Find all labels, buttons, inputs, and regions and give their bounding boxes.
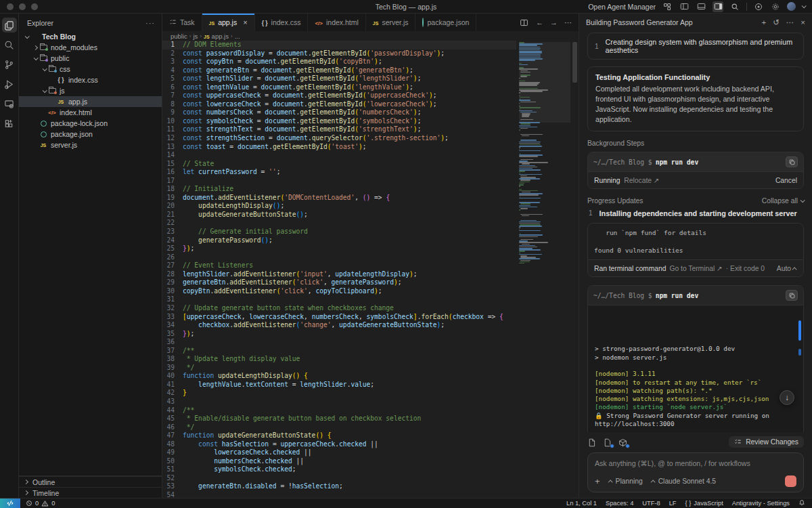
tab-task[interactable]: Task	[162, 14, 202, 31]
sidebar-item-extensions[interactable]	[2, 116, 17, 131]
collapse-all-button[interactable]: Collapse all	[762, 197, 804, 205]
code-line[interactable]: 42}	[162, 389, 516, 398]
breadcrumb-item[interactable]: js	[194, 33, 198, 40]
close-window-button[interactable]	[7, 3, 14, 10]
code-line[interactable]: 21 updateGenerateButtonState();	[162, 211, 516, 219]
sidebar-item-explorer[interactable]	[2, 18, 17, 33]
code-line[interactable]: 32// Update generate button state when c…	[162, 304, 516, 313]
breadcrumb[interactable]: public›js›JSapp.js›...	[162, 31, 579, 41]
code-line[interactable]: 22	[162, 219, 516, 228]
task-list-item[interactable]: 1 Creating design system with glassmorph…	[587, 33, 804, 60]
goto-terminal-link[interactable]: Go to Terminal ↗	[669, 264, 722, 272]
breadcrumb-item[interactable]: JSapp.js	[204, 33, 229, 40]
notifications-bell-icon[interactable]	[798, 499, 805, 507]
code-line[interactable]: 53 generateBtn.disabled = !hasSelection;	[162, 482, 516, 491]
code-line[interactable]: 8const lowercaseCheck = document.getElem…	[162, 100, 516, 109]
tree-item-index-html[interactable]: </>index.html	[19, 107, 162, 118]
code-line[interactable]: 48 const hasSelection = uppercaseCheck.c…	[162, 440, 516, 449]
code-line[interactable]: 38 * Update length display value	[162, 355, 516, 364]
stop-button[interactable]	[785, 475, 796, 487]
code-line[interactable]: 47function updateGenerateButtonState() {	[162, 431, 516, 440]
minimize-window-button[interactable]	[19, 3, 26, 10]
code-line[interactable]: 18// Initialize	[162, 185, 516, 194]
code-line[interactable]: 5const lengthSlider = document.getElemen…	[162, 75, 516, 83]
cancel-button[interactable]: Cancel	[775, 177, 797, 184]
gear-icon[interactable]	[770, 1, 781, 12]
code-line[interactable]: 50 numbersCheck.checked ||	[162, 457, 516, 466]
code-line[interactable]: 24 generatePassword();	[162, 236, 516, 245]
code-line[interactable]: 31	[162, 295, 516, 304]
tab-server-js[interactable]: JSserver.js	[366, 14, 416, 31]
open-agent-manager-button[interactable]: Open Agent Manager	[588, 3, 656, 11]
file-context-icon[interactable]	[587, 438, 597, 447]
tree-item-package-json[interactable]: package.json	[19, 129, 162, 140]
remote-indicator[interactable]	[0, 499, 20, 508]
search-icon[interactable]	[729, 1, 740, 12]
code-line[interactable]: 2const passwordDisplay = document.getEle…	[162, 49, 516, 58]
split-editor-icon[interactable]	[518, 17, 529, 28]
breadcrumb-item[interactable]: ...	[235, 33, 240, 40]
tree-item-server-js[interactable]: JSserver.js	[19, 140, 162, 150]
code-line[interactable]: 54	[162, 491, 516, 498]
code-line[interactable]: 4const generateBtn = document.getElement…	[162, 66, 516, 75]
tree-item-node-modules[interactable]: node_modules	[19, 42, 162, 53]
code-line[interactable]: 37/**	[162, 347, 516, 356]
code-line[interactable]: 34 checkbox.addEventListener('change', u…	[162, 321, 516, 330]
code-line[interactable]: 14	[162, 151, 516, 160]
toggle-bottom-panel-icon[interactable]	[696, 1, 706, 12]
code-line[interactable]: 11const strengthText = document.getEleme…	[162, 125, 516, 134]
zoom-window-button[interactable]	[31, 3, 38, 10]
avatar[interactable]	[787, 2, 796, 11]
model-selector[interactable]: Claude Sonnet 4.5	[652, 478, 716, 485]
minimap[interactable]	[519, 42, 570, 498]
artifacts-icon[interactable]	[618, 438, 628, 447]
code-line[interactable]: 45 * Enable/disable generate button base…	[162, 415, 516, 423]
tree-item-tech-blog[interactable]: Tech Blog	[19, 31, 162, 42]
history-icon[interactable]: ↺	[773, 18, 780, 27]
code-line[interactable]: 46 */	[162, 423, 516, 432]
code-line[interactable]: 13const toast = document.getElementById(…	[162, 143, 516, 152]
code-line[interactable]: 20 updateLengthDisplay();	[162, 202, 516, 211]
status-item-utf-8[interactable]: UTF-8	[642, 500, 660, 507]
code-line[interactable]: 36	[162, 338, 516, 347]
code-line[interactable]: 15// State	[162, 160, 516, 169]
code-line[interactable]: 39 */	[162, 364, 516, 373]
close-panel-icon[interactable]: ×	[800, 18, 805, 26]
code-line[interactable]: 26	[162, 253, 516, 262]
assistant-icon[interactable]	[753, 1, 764, 12]
explorer-more-icon[interactable]: ···	[145, 19, 155, 27]
code-line[interactable]: 1// DOM Elements	[162, 41, 516, 49]
sidebar-item-run-debug[interactable]	[2, 77, 17, 91]
code-line[interactable]: 44/**	[162, 406, 516, 415]
terminal-scrollbar[interactable]	[798, 320, 801, 341]
tree-item-package-lock-json[interactable]: package-lock.json	[19, 118, 162, 129]
status-item-spaces-4[interactable]: Spaces: 4	[606, 500, 633, 507]
code-line[interactable]: 6const lengthValue = document.getElement…	[162, 83, 516, 92]
code-line[interactable]: 40function updateLengthDisplay() {	[162, 372, 516, 381]
editor-scrollbar[interactable]	[572, 42, 577, 83]
mode-selector[interactable]: Planning	[610, 478, 643, 485]
auto-dropdown[interactable]: Auto	[777, 265, 797, 272]
toggle-left-panel-icon[interactable]	[679, 1, 690, 12]
tree-item-app-js[interactable]: JSapp.js	[19, 96, 162, 107]
code-line[interactable]: 49 lowercaseCheck.checked ||	[162, 448, 516, 457]
editor-more-icon[interactable]: ⋯	[564, 18, 572, 27]
code-line[interactable]: 43	[162, 398, 516, 406]
panel-more-icon[interactable]: ⋯	[786, 18, 794, 27]
status-item-javascript[interactable]: { }JavaScript	[685, 500, 723, 507]
tree-item-js[interactable]: js	[19, 85, 162, 96]
code-line[interactable]: 12const strengthSection = document.query…	[162, 134, 516, 143]
navigate-back-icon[interactable]: ←	[536, 18, 543, 26]
code-line[interactable]: 9const numbersCheck = document.getElemen…	[162, 108, 516, 117]
terminal-output[interactable]: > strong-password-generator@1.0.0 dev> n…	[588, 305, 803, 432]
tab-package-json[interactable]: package.json	[415, 14, 476, 31]
changed-file-icon[interactable]	[603, 438, 612, 447]
breadcrumb-item[interactable]: public	[171, 33, 187, 40]
tab-index-html[interactable]: </>index.html	[308, 14, 365, 31]
code-line[interactable]: 23 // Generate initial password	[162, 228, 516, 236]
code-line[interactable]: 27// Event Listeners	[162, 261, 516, 270]
new-task-icon[interactable]: +	[761, 18, 766, 26]
copy-icon[interactable]	[786, 156, 798, 167]
code-line[interactable]: 35});	[162, 330, 516, 339]
sidebar-item-search[interactable]	[2, 37, 17, 52]
